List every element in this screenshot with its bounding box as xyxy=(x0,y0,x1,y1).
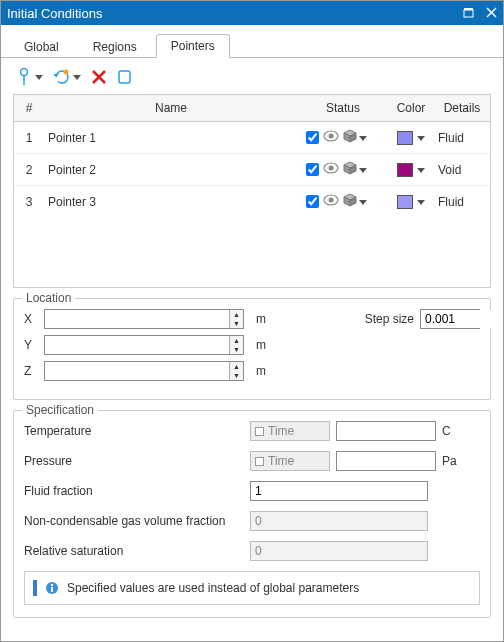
color-swatch xyxy=(397,131,413,145)
y-label: Y xyxy=(24,338,38,352)
location-group: Location Step size ▲▼ X ▲▼ m Y xyxy=(13,298,491,400)
add-pointer-button[interactable] xyxy=(17,68,43,86)
enable-checkbox[interactable] xyxy=(306,131,319,144)
y-field[interactable] xyxy=(45,336,229,354)
initial-conditions-panel: Initial Conditions Global Regions Pointe… xyxy=(0,0,504,642)
tab-pointers[interactable]: Pointers xyxy=(156,34,230,58)
content-area: # Name Status Color Details 1Pointer 1 F… xyxy=(1,58,503,641)
ncg-input xyxy=(250,511,428,531)
detach-icon[interactable] xyxy=(463,6,474,21)
temperature-input[interactable] xyxy=(336,421,436,441)
row-details: Fluid xyxy=(434,186,490,218)
svg-point-4 xyxy=(21,69,28,76)
table-row[interactable]: 3Pointer 3 Fluid xyxy=(14,186,490,218)
copy-icon xyxy=(117,69,133,85)
chevron-down-icon xyxy=(73,75,81,80)
table-empty-area xyxy=(14,217,490,287)
solid-icon[interactable] xyxy=(343,129,357,146)
z-field[interactable] xyxy=(45,362,229,380)
row-details: Fluid xyxy=(434,122,490,154)
step-size-label: Step size xyxy=(365,312,414,326)
temperature-unit: C xyxy=(442,424,451,438)
pointer-icon xyxy=(17,68,33,86)
col-color[interactable]: Color xyxy=(388,95,434,122)
visibility-icon[interactable] xyxy=(323,130,339,145)
visibility-icon[interactable] xyxy=(323,194,339,209)
location-label: Location xyxy=(22,291,75,305)
checkbox-icon xyxy=(255,427,264,436)
spin-down-icon[interactable]: ▼ xyxy=(230,319,243,328)
svg-point-12 xyxy=(329,134,334,139)
note-accent xyxy=(33,580,37,596)
specification-group: Specification Temperature Time C Pressur… xyxy=(13,410,491,618)
col-details[interactable]: Details xyxy=(434,95,490,122)
solid-icon[interactable] xyxy=(343,193,357,210)
spin-up-icon[interactable]: ▲ xyxy=(230,362,243,371)
svg-point-17 xyxy=(329,166,334,171)
enable-checkbox[interactable] xyxy=(306,163,319,176)
row-color[interactable] xyxy=(388,186,434,218)
row-color[interactable] xyxy=(388,122,434,154)
row-name: Pointer 1 xyxy=(44,122,298,154)
checkbox-icon xyxy=(255,457,264,466)
col-name[interactable]: Name xyxy=(44,95,298,122)
table-row[interactable]: 2Pointer 2 Void xyxy=(14,154,490,186)
x-field[interactable] xyxy=(45,310,229,328)
spin-down-icon[interactable]: ▼ xyxy=(230,345,243,354)
tab-regions[interactable]: Regions xyxy=(78,35,152,58)
fluid-fraction-input[interactable] xyxy=(250,481,428,501)
chevron-down-icon[interactable] xyxy=(359,136,367,141)
tab-global[interactable]: Global xyxy=(9,35,74,58)
step-size-input[interactable]: ▲▼ xyxy=(420,309,480,329)
spin-down-icon[interactable]: ▼ xyxy=(230,371,243,380)
pressure-time-toggle[interactable]: Time xyxy=(250,451,330,471)
pointers-table-wrap: # Name Status Color Details 1Pointer 1 F… xyxy=(13,94,491,288)
refresh-icon xyxy=(53,68,71,86)
spin-up-icon[interactable]: ▲ xyxy=(230,310,243,319)
z-input[interactable]: ▲▼ xyxy=(44,361,244,381)
spin-up-icon[interactable]: ▲ xyxy=(230,336,243,345)
svg-rect-0 xyxy=(464,10,473,17)
y-input[interactable]: ▲▼ xyxy=(44,335,244,355)
window-controls xyxy=(463,6,497,21)
svg-rect-27 xyxy=(51,587,53,592)
chevron-down-icon[interactable] xyxy=(359,168,367,173)
row-status xyxy=(298,186,388,218)
close-icon[interactable] xyxy=(486,6,497,21)
relsat-input xyxy=(250,541,428,561)
svg-point-22 xyxy=(329,198,334,203)
row-index: 3 xyxy=(14,186,44,218)
col-status[interactable]: Status xyxy=(298,95,388,122)
row-name: Pointer 2 xyxy=(44,154,298,186)
row-index: 1 xyxy=(14,122,44,154)
color-swatch xyxy=(397,163,413,177)
row-status xyxy=(298,122,388,154)
delete-button[interactable] xyxy=(91,69,107,85)
row-color[interactable] xyxy=(388,154,434,186)
chevron-down-icon[interactable] xyxy=(359,200,367,205)
table-row[interactable]: 1Pointer 1 Fluid xyxy=(14,122,490,154)
x-input[interactable]: ▲▼ xyxy=(44,309,244,329)
solid-icon[interactable] xyxy=(343,161,357,178)
svg-rect-1 xyxy=(464,8,473,10)
delete-icon xyxy=(91,69,107,85)
info-text: Specified values are used instead of glo… xyxy=(67,581,359,595)
chevron-down-icon xyxy=(417,200,425,205)
enable-checkbox[interactable] xyxy=(306,195,319,208)
window-title: Initial Conditions xyxy=(7,6,102,21)
info-icon xyxy=(45,581,59,595)
step-size-field[interactable] xyxy=(421,310,503,328)
fluid-fraction-label: Fluid fraction xyxy=(24,484,244,498)
pointers-table: # Name Status Color Details 1Pointer 1 F… xyxy=(14,95,490,217)
x-unit: m xyxy=(256,312,266,326)
chevron-down-icon xyxy=(417,136,425,141)
row-name: Pointer 3 xyxy=(44,186,298,218)
copy-button[interactable] xyxy=(117,69,133,85)
ncg-label: Non-condensable gas volume fraction xyxy=(24,514,244,528)
svg-marker-6 xyxy=(53,74,59,77)
pressure-input[interactable] xyxy=(336,451,436,471)
visibility-icon[interactable] xyxy=(323,162,339,177)
col-index[interactable]: # xyxy=(14,95,44,122)
refresh-pointer-button[interactable] xyxy=(53,68,81,86)
temperature-time-toggle[interactable]: Time xyxy=(250,421,330,441)
